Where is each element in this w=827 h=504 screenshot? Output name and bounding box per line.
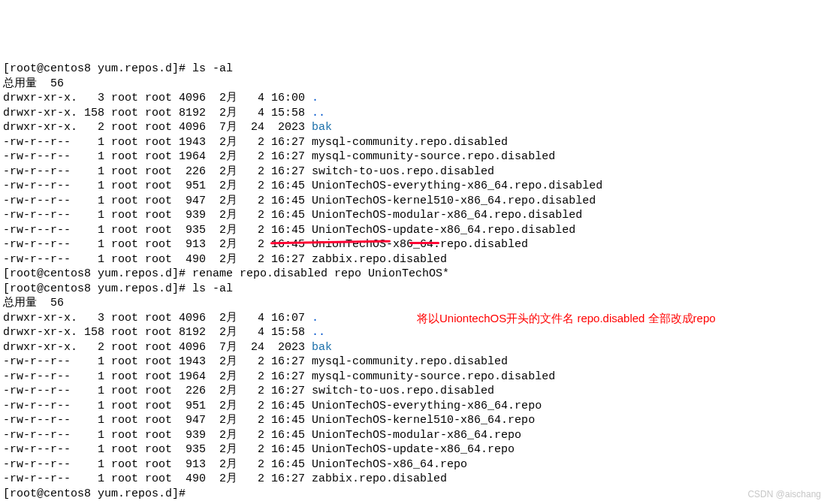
- shell-prompt: [root@centos8 yum.repos.d]#: [3, 267, 192, 280]
- ls-row: -rw-r--r-- 1 root root 226 2月 2 16:27 sw…: [3, 384, 824, 399]
- watermark: CSDN @aischang: [747, 489, 821, 501]
- file-name: switch-to-uos.repo.disabled: [312, 385, 494, 397]
- file-name: UnionTechOS-x86_64.repo.disabled: [312, 238, 528, 251]
- file-name: UnionTechOS-update-x86_64.repo.disabled: [312, 224, 575, 237]
- file-name: switch-to-uos.repo.disabled: [312, 165, 494, 178]
- file-name: mysql-community.repo.disabled: [312, 136, 508, 149]
- shell-prompt: [root@centos8 yum.repos.d]#: [3, 487, 192, 500]
- ls-row: drwxr-xr-x. 2 root root 4096 7月 24 2023 …: [3, 340, 824, 355]
- ls-row: -rw-r--r-- 1 root root 939 2月 2 16:45 Un…: [3, 208, 824, 223]
- file-name: zabbix.repo.disabled: [312, 253, 447, 266]
- shell-prompt: [root@centos8 yum.repos.d]#: [3, 62, 192, 75]
- ls-row: -rw-r--r-- 1 root root 935 2月 2 16:45 Un…: [3, 442, 824, 457]
- ls-row: -rw-r--r-- 1 root root 951 2月 2 16:45 Un…: [3, 399, 824, 414]
- ls-row: -rw-r--r-- 1 root root 1943 2月 2 16:27 m…: [3, 355, 824, 370]
- ls-row: drwxr-xr-x. 3 root root 4096 2月 4 16:00 …: [3, 91, 824, 106]
- ls-row: -rw-r--r-- 1 root root 939 2月 2 16:45 Un…: [3, 428, 824, 443]
- command: ls -al: [192, 62, 233, 75]
- prompt-line: [root@centos8 yum.repos.d]# ls -al: [3, 282, 824, 297]
- ls-row: -rw-r--r-- 1 root root 947 2月 2 16:45 Un…: [3, 194, 824, 209]
- command: rename repo.disabled repo UnionTechOS*: [192, 267, 449, 280]
- file-name: mysql-community-source.repo.disabled: [312, 370, 555, 383]
- command: ls -al: [192, 282, 233, 295]
- file-name: UnionTechOS-x86_64.repo: [312, 458, 467, 471]
- ls-row: drwxr-xr-x. 2 root root 4096 7月 24 2023 …: [3, 120, 824, 135]
- file-name: .: [312, 312, 318, 324]
- prompt-line: [root@centos8 yum.repos.d]# rename repo.…: [3, 267, 824, 282]
- file-name: UnionTechOS-kernel510-x86_64.repo.disabl…: [312, 195, 596, 207]
- file-name: mysql-community.repo.disabled: [312, 355, 508, 368]
- file-name: mysql-community-source.repo.disabled: [312, 150, 555, 163]
- underline-repo: [409, 242, 439, 244]
- ls-row: -rw-r--r-- 1 root root 1943 2月 2 16:27 m…: [3, 135, 824, 150]
- ls-row: -rw-r--r-- 1 root root 1964 2月 2 16:27 m…: [3, 149, 824, 164]
- total-line: 总用量 56: [3, 296, 824, 311]
- prompt-line: [root@centos8 yum.repos.d]#: [3, 487, 824, 502]
- ls-row: -rw-r--r-- 1 root root 913 2月 2 16:45 Un…: [3, 457, 824, 472]
- ls-row: -rw-r--r-- 1 root root 951 2月 2 16:45 Un…: [3, 179, 824, 194]
- ls-row: -rw-r--r-- 1 root root 935 2月 2 16:45 Un…: [3, 223, 824, 238]
- file-name: UnionTechOS-everything-x86_64.repo.disab…: [312, 180, 602, 192]
- ls-row: -rw-r--r-- 1 root root 490 2月 2 16:27 za…: [3, 252, 824, 267]
- file-name: UnionTechOS-modular-x86_64.repo: [312, 429, 521, 442]
- total-line: 总用量 56: [3, 77, 824, 92]
- shell-prompt: [root@centos8 yum.repos.d]#: [3, 282, 192, 295]
- file-name: ..: [312, 107, 325, 119]
- ls-row: -rw-r--r-- 1 root root 226 2月 2 16:27 sw…: [3, 164, 824, 180]
- ls-row: -rw-r--r-- 1 root root 913 2月 2 16:45 Un…: [3, 237, 824, 252]
- file-name: UnionTechOS-modular-x86_64.repo.disabled: [312, 209, 582, 222]
- ls-row: -rw-r--r-- 1 root root 947 2月 2 16:45 Un…: [3, 413, 824, 428]
- file-name: zabbix.repo.disabled: [312, 472, 447, 485]
- file-name: UnionTechOS-everything-x86_64.repo: [312, 400, 542, 412]
- ls-row: drwxr-xr-x. 158 root root 8192 2月 4 15:5…: [3, 325, 824, 340]
- file-name: .: [312, 92, 318, 104]
- file-name: UnionTechOS-kernel510-x86_64.repo: [312, 414, 535, 427]
- file-name: ..: [312, 326, 325, 339]
- file-name: UnionTechOS-update-x86_64.repo: [312, 443, 515, 456]
- ls-row: -rw-r--r-- 1 root root 490 2月 2 16:27 za…: [3, 472, 824, 487]
- file-name: bak: [312, 341, 332, 354]
- terminal-output[interactable]: [root@centos8 yum.repos.d]# ls -al总用量 56…: [3, 62, 824, 501]
- ls-row: -rw-r--r-- 1 root root 1964 2月 2 16:27 m…: [3, 370, 824, 385]
- annotation-text: 将以UniontechOS开头的文件名 repo.disabled 全部改成re…: [417, 311, 716, 326]
- prompt-line: [root@centos8 yum.repos.d]# ls -al: [3, 62, 824, 77]
- file-name: bak: [312, 121, 332, 134]
- ls-row: drwxr-xr-x. 158 root root 8192 2月 4 15:5…: [3, 106, 824, 121]
